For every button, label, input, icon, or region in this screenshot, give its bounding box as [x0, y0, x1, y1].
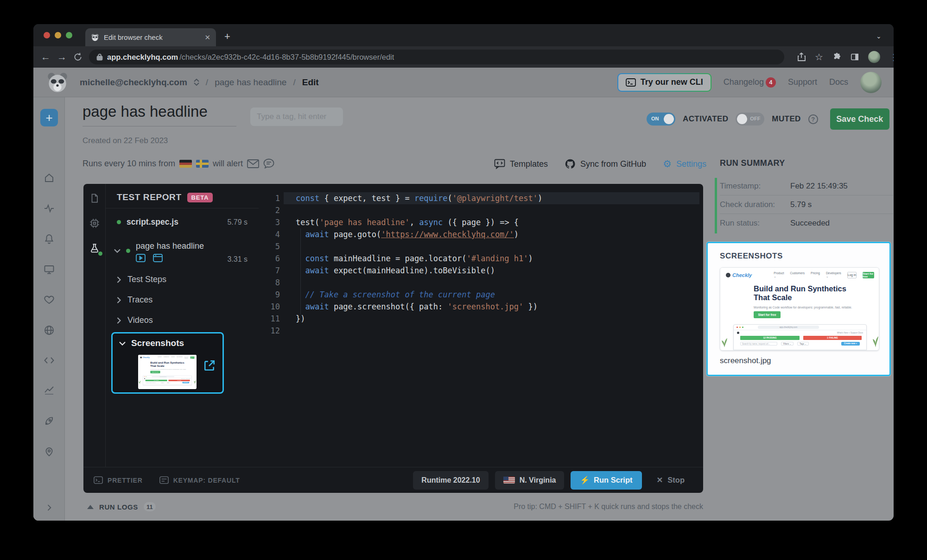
test-case-row[interactable]: page has headline 3.31 s — [114, 241, 248, 264]
toggle-knob — [737, 114, 747, 124]
screenshot-thumbnail-small[interactable]: Checkly Product ⌄CustomersPricingDevelop… — [138, 355, 197, 389]
side-panel-icon[interactable] — [851, 53, 859, 61]
mini-nav: Product ⌄CustomersPricingDevelopers ⌄ — [774, 271, 841, 278]
tree-item-test-steps[interactable]: Test Steps — [117, 275, 248, 284]
sidebar-quickstart-rocket-icon[interactable] — [44, 415, 55, 427]
code-line[interactable]: 2 — [259, 204, 703, 216]
user-avatar[interactable] — [860, 72, 882, 93]
chevron-down-icon[interactable] — [114, 249, 121, 253]
templates-button[interactable]: Templates — [494, 159, 548, 169]
muted-toggle[interactable]: OFF — [736, 113, 764, 126]
try-cli-button[interactable]: Try our new CLI — [617, 73, 711, 92]
rail-dependencies-chip-icon[interactable] — [89, 218, 100, 228]
code-line[interactable]: 1const { expect, test } = require('@play… — [259, 192, 703, 204]
chrome-actions: ☆ ⋮ — [797, 51, 894, 63]
sidebar-dashboards-icon[interactable] — [44, 264, 55, 275]
check-name-input[interactable]: page has headline — [83, 103, 236, 126]
code-line[interactable]: 12 — [259, 325, 703, 337]
new-tab-button[interactable]: + — [224, 31, 230, 42]
changelog-link[interactable]: Changelog — [724, 77, 764, 87]
sidebar-alerts-bell-icon[interactable] — [44, 233, 55, 245]
open-external-icon[interactable] — [203, 359, 216, 371]
breadcrumb-check-name[interactable]: page has headline — [215, 77, 286, 88]
rail-test-report-flask-icon[interactable] — [89, 243, 100, 253]
code-line[interactable]: 9 // Take a screenshot of the current pa… — [259, 289, 703, 301]
region-selector[interactable]: N. Virginia — [495, 471, 565, 490]
account-chevron-updown-icon[interactable] — [194, 79, 199, 86]
save-check-button[interactable]: Save Check — [830, 108, 889, 130]
support-link[interactable]: Support — [788, 77, 817, 87]
breadcrumb: michelle@checklyhq.com / page has headli… — [80, 77, 319, 88]
forward-icon[interactable]: → — [57, 51, 67, 63]
screenshot-thumbnail-large[interactable]: Checkly Product ⌄CustomersPricingDevelop… — [720, 267, 879, 351]
sidebar-analytics-chart-icon[interactable] — [44, 384, 55, 396]
code-line[interactable]: 4 await page.goto('https://www.checklyhq… — [259, 228, 703, 240]
tree-item-traces[interactable]: Traces — [117, 295, 248, 305]
stop-button[interactable]: ✕ Stop — [648, 471, 693, 490]
muted-label: MUTED — [772, 114, 800, 124]
divider — [106, 208, 259, 208]
browser-tabstrip: Edit browser check ✕ + ⌄ — [33, 24, 894, 46]
prettier-status[interactable]: PRETTIER — [94, 476, 143, 484]
sidebar-locations-pin-icon[interactable] — [44, 446, 55, 457]
checkly-logo-raccoon-icon[interactable] — [45, 71, 70, 94]
trace-window-icon[interactable] — [153, 254, 163, 262]
keymap-status[interactable]: KEYMAP: DEFAULT — [159, 476, 240, 484]
minimize-window-button[interactable] — [55, 32, 61, 38]
close-window-button[interactable] — [44, 32, 50, 38]
browser-tab[interactable]: Edit browser check ✕ — [85, 28, 216, 46]
tree-item-screenshots-highlighted[interactable]: Screenshots Checkly Product ⌄CustomersPr… — [111, 332, 224, 394]
code-line[interactable]: 8 — [259, 277, 703, 289]
muted-help-icon[interactable]: ? — [808, 114, 818, 124]
sidebar-activity-icon[interactable] — [44, 203, 55, 214]
share-icon[interactable] — [797, 52, 806, 62]
sidebar-home-icon[interactable] — [44, 172, 55, 183]
sidebar-expand-chevron-icon[interactable] — [44, 503, 54, 512]
zoom-window-button[interactable] — [66, 32, 72, 38]
run-logs-toggle[interactable]: RUN LOGS 11 — [87, 502, 156, 511]
video-icon[interactable] — [136, 254, 146, 262]
extensions-puzzle-icon[interactable] — [832, 53, 841, 62]
sidebar-maintenance-icon[interactable] — [44, 294, 55, 305]
code-line[interactable]: 3test('page has headline', async ({ page… — [259, 216, 703, 228]
code-line[interactable]: 7 await expect(mainHeadline).toBeVisible… — [259, 264, 703, 277]
spec-file-row[interactable]: script.spec.js 5.79 s — [117, 217, 248, 227]
window-controls[interactable] — [44, 32, 72, 38]
tab-close-icon[interactable]: ✕ — [204, 33, 210, 42]
code-line[interactable]: 6 const mainHeadline = page.locator('#la… — [259, 252, 703, 264]
tab-search-chevron-icon[interactable]: ⌄ — [876, 32, 882, 40]
chevron-down-icon[interactable] — [119, 341, 126, 346]
docs-link[interactable]: Docs — [829, 77, 848, 87]
email-alert-icon — [247, 159, 259, 168]
changelog-count-badge: 4 — [766, 77, 776, 88]
reload-icon[interactable] — [73, 52, 83, 62]
tag-input[interactable] — [250, 107, 343, 126]
address-bar[interactable]: app.checklyhq.com/checks/a2ec932b-c42c-4… — [89, 50, 784, 64]
sidebar-api-code-icon[interactable] — [44, 355, 55, 366]
account-switcher[interactable]: michelle@checklyhq.com — [80, 77, 187, 88]
back-icon[interactable]: ← — [41, 51, 51, 63]
screenshots-panel-highlighted[interactable]: SCREENSHOTS Checkly Product ⌄CustomersPr… — [706, 242, 891, 376]
mini-app-mock: app.checklyhq.com What's New + Support D… — [733, 324, 867, 350]
run-script-button[interactable]: ⚡ Run Script — [571, 471, 641, 490]
code-editor[interactable]: 1const { expect, test } = require('@play… — [259, 184, 703, 467]
code-line[interactable]: 11}) — [259, 313, 703, 325]
rail-status-dot — [98, 252, 102, 256]
activated-toggle[interactable]: ON — [647, 113, 675, 126]
bookmark-star-icon[interactable]: ☆ — [815, 51, 823, 63]
mini-nav: Product ⌄CustomersPricingDevelopers ⌄ — [158, 356, 182, 359]
status-dot-passed — [117, 220, 121, 224]
sms-alert-icon — [263, 158, 274, 169]
code-line[interactable]: 10 await page.screenshot({ path: 'screen… — [259, 301, 703, 313]
browser-menu-icon[interactable]: ⋮ — [889, 52, 894, 63]
code-line[interactable]: 5 — [259, 240, 703, 252]
browser-profile-avatar[interactable] — [868, 51, 880, 63]
rail-file-icon[interactable] — [89, 193, 100, 203]
sync-from-github-button[interactable]: Sync from GitHub — [565, 158, 646, 170]
settings-button[interactable]: ⚙ Settings — [663, 158, 706, 170]
sidebar-private-locations-globe-icon[interactable] — [44, 325, 55, 336]
runtime-selector[interactable]: Runtime 2022.10 — [413, 471, 488, 490]
tree-item-videos[interactable]: Videos — [117, 315, 248, 325]
mini-screenshot-page: Checkly Product ⌄CustomersPricingDevelop… — [720, 268, 879, 350]
create-new-button[interactable]: + — [40, 109, 58, 126]
